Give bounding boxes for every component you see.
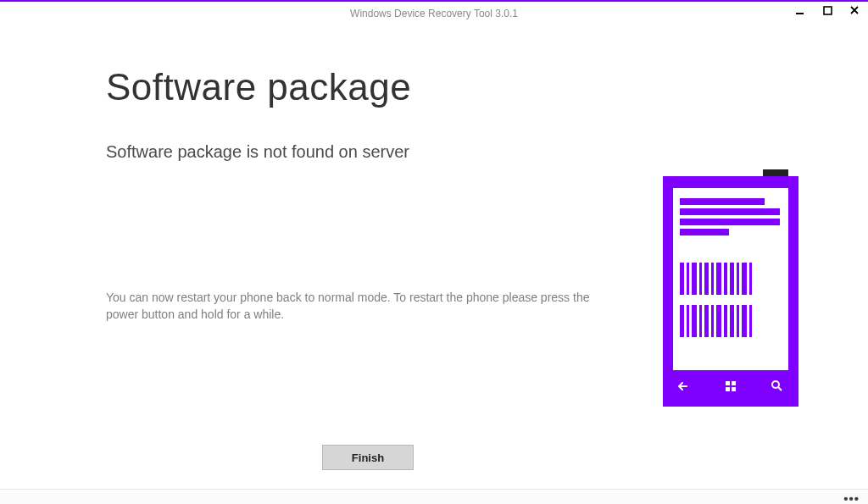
page-description: You can now restart your phone back to n…: [106, 289, 606, 324]
svg-rect-9: [680, 263, 684, 295]
svg-rect-11: [692, 263, 697, 295]
svg-rect-12: [699, 263, 702, 295]
svg-rect-10: [687, 263, 689, 295]
page-title: Software package: [106, 66, 868, 108]
svg-rect-15: [716, 263, 721, 295]
svg-rect-1: [824, 7, 832, 14]
svg-rect-33: [726, 381, 730, 385]
svg-rect-5: [680, 198, 765, 205]
svg-rect-28: [724, 305, 727, 337]
svg-rect-20: [749, 263, 752, 295]
svg-rect-18: [737, 263, 739, 295]
svg-rect-6: [680, 208, 780, 215]
svg-rect-8: [680, 229, 729, 235]
svg-rect-30: [737, 305, 739, 337]
svg-rect-19: [742, 263, 747, 295]
svg-rect-21: [680, 305, 684, 337]
bottom-bar: •••: [0, 489, 868, 504]
svg-rect-17: [730, 263, 734, 295]
svg-rect-0: [796, 13, 804, 14]
svg-rect-32: [749, 305, 752, 337]
svg-rect-13: [704, 263, 709, 295]
titlebar: Windows Device Recovery Tool 3.0.1: [0, 2, 868, 25]
svg-rect-23: [692, 305, 697, 337]
svg-rect-7: [680, 219, 780, 225]
minimize-button[interactable]: [793, 3, 807, 17]
svg-rect-29: [730, 305, 734, 337]
svg-rect-26: [711, 305, 714, 337]
svg-rect-36: [732, 387, 736, 391]
maximize-button[interactable]: [821, 3, 834, 17]
svg-rect-22: [687, 305, 689, 337]
svg-rect-2: [763, 169, 788, 176]
svg-rect-31: [742, 305, 747, 337]
finish-button[interactable]: Finish: [322, 445, 414, 470]
more-options-button[interactable]: •••: [843, 491, 860, 504]
svg-rect-27: [716, 305, 721, 337]
svg-rect-25: [704, 305, 709, 337]
phone-illustration: [663, 169, 798, 410]
window-title: Windows Device Recovery Tool 3.0.1: [350, 8, 518, 19]
svg-rect-16: [724, 263, 727, 295]
svg-rect-24: [699, 305, 702, 337]
svg-rect-35: [726, 387, 730, 391]
svg-rect-14: [711, 263, 714, 295]
svg-rect-34: [732, 381, 736, 385]
page-subtitle: Software package is not found on server: [106, 142, 868, 162]
close-button[interactable]: [848, 3, 861, 17]
window-controls: [793, 3, 861, 17]
